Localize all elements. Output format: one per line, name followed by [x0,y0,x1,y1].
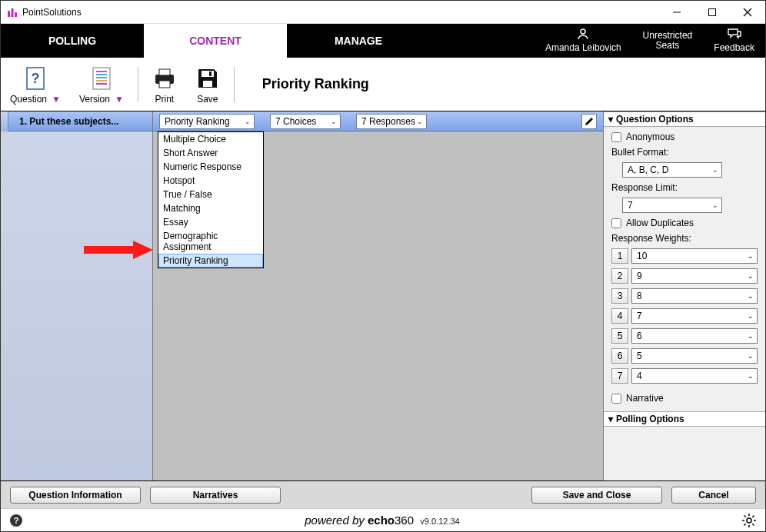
toolbar: ? Question ▼ Version ▼ Print Save Priori… [1,58,765,111]
tool-version[interactable]: Version ▼ [70,66,133,105]
weight-select[interactable]: 10⌄ [631,248,758,264]
close-button[interactable] [730,1,765,24]
svg-rect-10 [93,68,110,89]
responses-select[interactable]: 7 Responses ⌄ [356,114,427,129]
settings-button[interactable] [742,514,756,527]
dropdown-item[interactable]: Matching [158,201,263,215]
weight-value: 10 [637,251,647,261]
maximize-button[interactable] [694,1,730,24]
narrative-input[interactable] [611,394,621,404]
weight-select[interactable]: 4⌄ [631,368,758,384]
weight-row: 56⌄ [611,328,758,344]
question-type-value: Priority Ranking [165,116,230,127]
feedback-button[interactable]: Feedback [703,24,765,58]
tab-content[interactable]: CONTENT [144,24,287,58]
tool-print-label: Print [155,94,175,105]
minimize-button[interactable] [659,1,694,24]
question-information-button[interactable]: Question Information [10,487,141,504]
weight-row: 29⌄ [611,268,758,284]
dropdown-item[interactable]: Demographic Assignment [158,229,263,254]
tab-polling[interactable]: POLLING [1,24,144,58]
seats-info[interactable]: Unrestricted Seats [632,24,704,58]
allow-duplicates-checkbox[interactable]: Allow Duplicates [611,218,758,228]
tool-save[interactable]: Save [186,66,229,105]
chevron-down-icon: ⌄ [748,372,754,380]
weight-select[interactable]: 5⌄ [631,348,758,364]
chevron-down-icon[interactable]: ▼ [115,94,124,105]
svg-rect-0 [8,11,10,17]
seats-line2: Seats [656,41,680,51]
svg-rect-21 [209,71,211,76]
weight-index: 6 [611,348,628,364]
allow-duplicates-input[interactable] [611,218,621,228]
cancel-button[interactable]: Cancel [671,487,756,504]
weight-select[interactable]: 8⌄ [631,288,758,304]
user-label: Amanda Leibovich [545,43,621,53]
workarea: 1. Put these subjects... Priority Rankin… [1,111,765,480]
svg-rect-20 [203,81,212,87]
anonymous-label: Anonymous [626,131,674,142]
version-label: v9.0.12.34 [420,517,459,526]
section-polling-options[interactable]: ▾ Polling Options [604,411,765,427]
svg-text:?: ? [31,71,39,86]
edit-button[interactable] [581,114,597,129]
weight-select[interactable]: 6⌄ [631,328,758,344]
weights-list: 110⌄29⌄38⌄47⌄56⌄65⌄74⌄ [611,248,758,384]
dropdown-item[interactable]: Essay [158,215,263,229]
weight-value: 4 [637,371,642,381]
dropdown-item[interactable]: Short Answer [158,146,263,160]
help-button[interactable]: ? [10,514,22,527]
weight-value: 6 [637,331,642,341]
dropdown-item[interactable]: Hotspot [158,174,263,188]
bullet-format-select[interactable]: A, B, C, D ⌄ [622,162,722,178]
tab-manage[interactable]: MANAGE [287,24,430,58]
choices-value: 7 Choices [275,116,316,127]
narratives-button[interactable]: Narratives [150,487,281,504]
chevron-down-icon: ⌄ [748,272,754,280]
editor-header: Priority Ranking ⌄ 7 Choices ⌄ 7 Respons… [153,111,603,131]
narrative-checkbox[interactable]: Narrative [611,393,758,404]
chevron-down-icon[interactable]: ▼ [52,94,61,105]
anonymous-checkbox[interactable]: Anonymous [611,131,758,142]
weight-index: 3 [611,288,628,304]
dropdown-item[interactable]: Multiple Choice [158,132,263,146]
annotation-arrow [84,241,153,259]
tool-print[interactable]: Print [143,66,186,105]
titlebar: PointSolutions [1,1,765,24]
weight-row: 110⌄ [611,248,758,264]
caret-down-icon: ▾ [608,414,613,424]
section-question-options[interactable]: ▾ Question Options [604,111,765,127]
bullet-format-label: Bullet Format: [611,147,758,158]
question-list-item[interactable]: 1. Put these subjects... [1,111,152,131]
svg-rect-2 [15,12,17,17]
dropdown-item[interactable]: Priority Ranking [158,254,263,268]
response-limit-select[interactable]: 7 ⌄ [622,198,722,213]
version-icon [89,66,114,91]
tool-version-label: Version [79,94,110,105]
pencil-icon [584,116,594,127]
dropdown-item[interactable]: True / False [158,188,263,201]
section-title: Question Options [616,114,694,125]
chevron-down-icon: ⌄ [748,312,754,320]
feedback-icon [728,28,741,42]
brand-suffix: 360 [395,514,414,527]
svg-line-30 [752,524,754,525]
tool-save-label: Save [197,94,218,105]
svg-point-7 [581,29,585,34]
anonymous-input[interactable] [611,132,621,142]
choices-select[interactable]: 7 Choices ⌄ [270,114,341,129]
bullet-format-value: A, B, C, D [628,165,668,175]
save-and-close-button[interactable]: Save and Close [531,487,662,504]
question-type-dropdown: Multiple ChoiceShort AnswerNumeric Respo… [158,131,264,268]
weight-select[interactable]: 7⌄ [631,308,758,324]
allow-duplicates-label: Allow Duplicates [626,218,694,228]
responses-value: 7 Responses [361,116,415,127]
dropdown-item[interactable]: Numeric Response [158,160,263,174]
user-menu[interactable]: Amanda Leibovich [535,24,632,58]
tool-question[interactable]: ? Question ▼ [1,66,70,105]
weight-select[interactable]: 9⌄ [631,268,758,284]
chevron-down-icon: ⌄ [748,352,754,360]
drag-handle[interactable] [1,111,8,131]
gear-icon [742,514,756,527]
question-type-select[interactable]: Priority Ranking ⌄ [159,114,255,129]
